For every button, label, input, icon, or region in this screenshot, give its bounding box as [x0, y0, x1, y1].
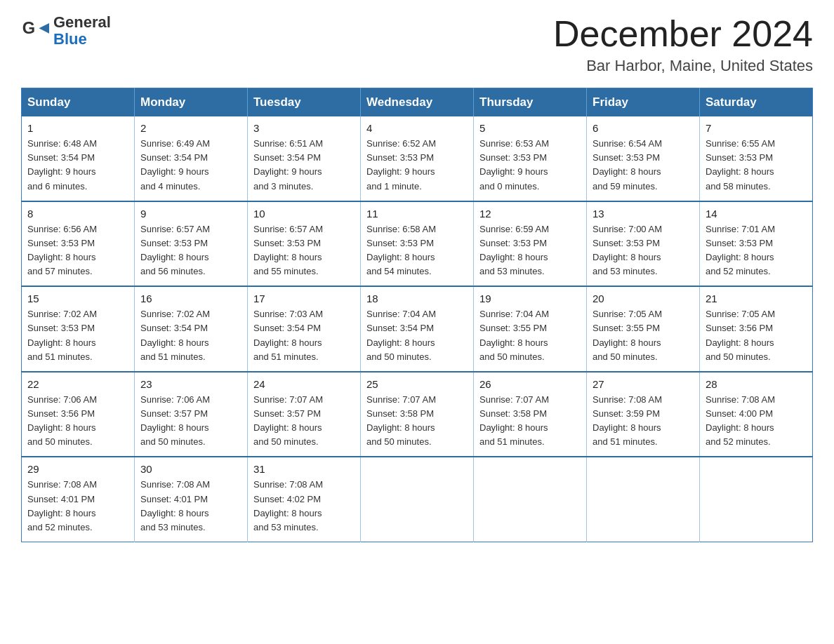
- day-info: Sunrise: 7:00 AMSunset: 3:53 PMDaylight:…: [593, 222, 694, 279]
- weekday-header-saturday: Saturday: [700, 88, 813, 117]
- day-number: 24: [253, 378, 355, 390]
- day-cell: 20Sunrise: 7:05 AMSunset: 3:55 PMDayligh…: [587, 286, 700, 372]
- calendar-table: SundayMondayTuesdayWednesdayThursdayFrid…: [21, 88, 813, 542]
- day-number: 19: [479, 293, 581, 304]
- location-title: Bar Harbor, Maine, United States: [553, 57, 813, 75]
- day-number: 15: [27, 293, 128, 304]
- weekday-header-monday: Monday: [135, 88, 248, 117]
- day-number: 31: [253, 463, 355, 475]
- day-cell: 11Sunrise: 6:58 AMSunset: 3:53 PMDayligh…: [361, 201, 474, 287]
- day-cell: 27Sunrise: 7:08 AMSunset: 3:59 PMDayligh…: [587, 372, 700, 457]
- day-number: 16: [140, 293, 241, 304]
- weekday-header-sunday: Sunday: [22, 88, 135, 117]
- day-cell: 7Sunrise: 6:55 AMSunset: 3:53 PMDaylight…: [700, 116, 813, 201]
- logo-icon: G: [21, 17, 49, 45]
- day-number: 29: [27, 463, 128, 475]
- day-number: 27: [593, 378, 694, 390]
- day-number: 5: [479, 122, 581, 134]
- day-cell: 1Sunrise: 6:48 AMSunset: 3:54 PMDaylight…: [22, 116, 135, 201]
- day-cell: 30Sunrise: 7:08 AMSunset: 4:01 PMDayligh…: [135, 457, 248, 542]
- weekday-header-wednesday: Wednesday: [361, 88, 474, 117]
- day-info: Sunrise: 6:49 AMSunset: 3:54 PMDaylight:…: [140, 137, 241, 194]
- day-info: Sunrise: 7:07 AMSunset: 3:58 PMDaylight:…: [366, 393, 468, 450]
- day-info: Sunrise: 7:08 AMSunset: 4:00 PMDaylight:…: [706, 393, 807, 450]
- day-info: Sunrise: 7:04 AMSunset: 3:54 PMDaylight:…: [366, 307, 468, 364]
- day-cell: 5Sunrise: 6:53 AMSunset: 3:53 PMDaylight…: [474, 116, 587, 201]
- day-number: 26: [479, 378, 581, 390]
- day-info: Sunrise: 7:08 AMSunset: 4:01 PMDaylight:…: [140, 478, 241, 535]
- weekday-header-friday: Friday: [587, 88, 700, 117]
- day-number: 17: [253, 293, 355, 304]
- day-cell: 18Sunrise: 7:04 AMSunset: 3:54 PMDayligh…: [361, 286, 474, 372]
- day-number: 3: [253, 122, 355, 134]
- title-area: December 2024 Bar Harbor, Maine, United …: [553, 14, 813, 75]
- weekday-header-tuesday: Tuesday: [248, 88, 361, 117]
- day-info: Sunrise: 7:05 AMSunset: 3:55 PMDaylight:…: [593, 307, 694, 364]
- day-info: Sunrise: 6:56 AMSunset: 3:53 PMDaylight:…: [27, 222, 128, 279]
- day-info: Sunrise: 7:04 AMSunset: 3:55 PMDaylight:…: [479, 307, 581, 364]
- day-cell: 16Sunrise: 7:02 AMSunset: 3:54 PMDayligh…: [135, 286, 248, 372]
- logo-general-text: General: [53, 14, 111, 31]
- page-header: G General Blue December 2024 Bar Harbor,…: [21, 14, 813, 75]
- day-cell: 19Sunrise: 7:04 AMSunset: 3:55 PMDayligh…: [474, 286, 587, 372]
- day-number: 25: [366, 378, 468, 390]
- day-number: 8: [27, 208, 128, 220]
- day-number: 30: [140, 463, 241, 475]
- day-cell: 8Sunrise: 6:56 AMSunset: 3:53 PMDaylight…: [22, 201, 135, 287]
- day-number: 20: [593, 293, 694, 304]
- day-number: 22: [27, 378, 128, 390]
- week-row-4: 22Sunrise: 7:06 AMSunset: 3:56 PMDayligh…: [22, 372, 813, 457]
- day-number: 2: [140, 122, 241, 134]
- day-info: Sunrise: 7:07 AMSunset: 3:57 PMDaylight:…: [253, 393, 355, 450]
- day-number: 4: [366, 122, 468, 134]
- day-number: 14: [706, 208, 807, 220]
- day-number: 6: [593, 122, 694, 134]
- day-info: Sunrise: 7:02 AMSunset: 3:54 PMDaylight:…: [140, 307, 241, 364]
- week-row-1: 1Sunrise: 6:48 AMSunset: 3:54 PMDaylight…: [22, 116, 813, 201]
- day-cell: 22Sunrise: 7:06 AMSunset: 3:56 PMDayligh…: [22, 372, 135, 457]
- day-cell: 15Sunrise: 7:02 AMSunset: 3:53 PMDayligh…: [22, 286, 135, 372]
- day-number: 21: [706, 293, 807, 304]
- logo: G General Blue: [21, 14, 111, 48]
- day-info: Sunrise: 7:01 AMSunset: 3:53 PMDaylight:…: [706, 222, 807, 279]
- day-cell: 12Sunrise: 6:59 AMSunset: 3:53 PMDayligh…: [474, 201, 587, 287]
- day-cell: 10Sunrise: 6:57 AMSunset: 3:53 PMDayligh…: [248, 201, 361, 287]
- day-cell: 14Sunrise: 7:01 AMSunset: 3:53 PMDayligh…: [700, 201, 813, 287]
- week-row-5: 29Sunrise: 7:08 AMSunset: 4:01 PMDayligh…: [22, 457, 813, 542]
- day-number: 9: [140, 208, 241, 220]
- day-info: Sunrise: 6:53 AMSunset: 3:53 PMDaylight:…: [479, 137, 581, 194]
- day-info: Sunrise: 7:08 AMSunset: 3:59 PMDaylight:…: [593, 393, 694, 450]
- day-cell: [361, 457, 474, 542]
- day-cell: 21Sunrise: 7:05 AMSunset: 3:56 PMDayligh…: [700, 286, 813, 372]
- day-info: Sunrise: 6:52 AMSunset: 3:53 PMDaylight:…: [366, 137, 468, 194]
- day-cell: 28Sunrise: 7:08 AMSunset: 4:00 PMDayligh…: [700, 372, 813, 457]
- day-info: Sunrise: 7:02 AMSunset: 3:53 PMDaylight:…: [27, 307, 128, 364]
- day-info: Sunrise: 6:55 AMSunset: 3:53 PMDaylight:…: [706, 137, 807, 194]
- day-info: Sunrise: 6:54 AMSunset: 3:53 PMDaylight:…: [593, 137, 694, 194]
- day-number: 12: [479, 208, 581, 220]
- day-info: Sunrise: 7:08 AMSunset: 4:02 PMDaylight:…: [253, 478, 355, 535]
- logo-blue-text: Blue: [53, 31, 111, 48]
- day-cell: 31Sunrise: 7:08 AMSunset: 4:02 PMDayligh…: [248, 457, 361, 542]
- day-info: Sunrise: 7:05 AMSunset: 3:56 PMDaylight:…: [706, 307, 807, 364]
- day-cell: 9Sunrise: 6:57 AMSunset: 3:53 PMDaylight…: [135, 201, 248, 287]
- weekday-header-thursday: Thursday: [474, 88, 587, 117]
- day-info: Sunrise: 7:07 AMSunset: 3:58 PMDaylight:…: [479, 393, 581, 450]
- day-cell: [587, 457, 700, 542]
- week-row-2: 8Sunrise: 6:56 AMSunset: 3:53 PMDaylight…: [22, 201, 813, 287]
- day-info: Sunrise: 7:08 AMSunset: 4:01 PMDaylight:…: [27, 478, 128, 535]
- day-cell: 13Sunrise: 7:00 AMSunset: 3:53 PMDayligh…: [587, 201, 700, 287]
- day-info: Sunrise: 6:48 AMSunset: 3:54 PMDaylight:…: [27, 137, 128, 194]
- day-info: Sunrise: 7:06 AMSunset: 3:57 PMDaylight:…: [140, 393, 241, 450]
- calendar-header: SundayMondayTuesdayWednesdayThursdayFrid…: [22, 88, 813, 117]
- day-info: Sunrise: 6:59 AMSunset: 3:53 PMDaylight:…: [479, 222, 581, 279]
- day-cell: 24Sunrise: 7:07 AMSunset: 3:57 PMDayligh…: [248, 372, 361, 457]
- day-info: Sunrise: 7:06 AMSunset: 3:56 PMDaylight:…: [27, 393, 128, 450]
- day-cell: 17Sunrise: 7:03 AMSunset: 3:54 PMDayligh…: [248, 286, 361, 372]
- svg-text:G: G: [22, 19, 35, 37]
- day-info: Sunrise: 6:58 AMSunset: 3:53 PMDaylight:…: [366, 222, 468, 279]
- day-number: 10: [253, 208, 355, 220]
- day-cell: 26Sunrise: 7:07 AMSunset: 3:58 PMDayligh…: [474, 372, 587, 457]
- day-cell: 23Sunrise: 7:06 AMSunset: 3:57 PMDayligh…: [135, 372, 248, 457]
- day-cell: 6Sunrise: 6:54 AMSunset: 3:53 PMDaylight…: [587, 116, 700, 201]
